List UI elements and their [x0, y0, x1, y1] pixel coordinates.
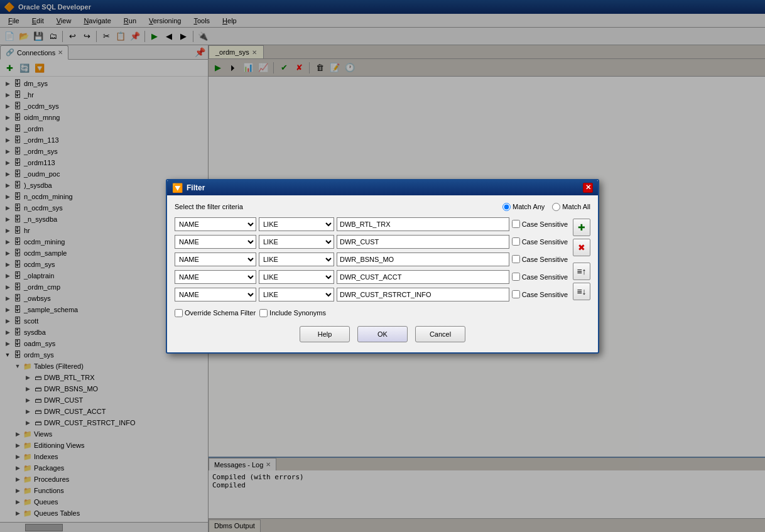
filter-title: Filter — [187, 183, 205, 192]
include-synonyms-cb[interactable] — [259, 309, 268, 317]
match-any-option[interactable]: Match Any — [502, 203, 545, 211]
filter-case-3[interactable]: Case Sensitive — [512, 255, 568, 263]
help-button[interactable]: Help — [300, 326, 350, 342]
filter-field-3[interactable]: NAMECOLUMNTYPE — [175, 252, 256, 266]
override-schema-filter-cb[interactable] — [175, 309, 183, 317]
filter-titlebar: 🔽 Filter ✕ — [167, 180, 598, 195]
match-any-radio[interactable] — [502, 203, 511, 211]
filter-body: Select the filter criteria Match Any Mat… — [167, 195, 598, 352]
override-schema-filter-label: Override Schema Filter — [185, 309, 256, 317]
include-synonyms-label: Include Synonyms — [269, 309, 326, 317]
filter-case-cb-5[interactable] — [512, 290, 520, 298]
match-any-label: Match Any — [513, 203, 545, 210]
filter-header-row: Select the filter criteria Match Any Mat… — [175, 203, 590, 211]
filter-actions: Help OK Cancel — [175, 326, 590, 345]
match-all-option[interactable]: Match All — [552, 203, 590, 211]
filter-value-2[interactable] — [337, 235, 509, 249]
filter-case-cb-2[interactable] — [512, 237, 520, 246]
filter-rows: NAMECOLUMNTYPE LIKENOT LIKE= Case Sensit… — [175, 217, 568, 301]
filter-case-cb-1[interactable] — [512, 220, 520, 228]
filter-row-1: NAMECOLUMNTYPE LIKENOT LIKE= Case Sensit… — [175, 217, 568, 231]
match-options: Match Any Match All — [502, 203, 590, 211]
filter-row-2: NAMECOLUMNTYPE LIKENOT LIKE= Case Sensit… — [175, 235, 568, 249]
filter-side-buttons: ✚ ✖ ≡↑ ≡↓ — [573, 217, 590, 301]
filter-field-2[interactable]: NAMECOLUMNTYPE — [175, 235, 256, 249]
override-schema-filter-option[interactable]: Override Schema Filter — [175, 309, 256, 317]
add-filter-row-btn[interactable]: ✚ — [573, 219, 590, 236]
match-all-label: Match All — [562, 203, 590, 210]
match-all-radio[interactable] — [552, 203, 560, 211]
filter-case-cb-3[interactable] — [512, 255, 520, 263]
filter-icon: 🔽 — [172, 183, 183, 193]
filter-op-3[interactable]: LIKENOT LIKE= — [259, 252, 334, 266]
ok-button[interactable]: OK — [357, 326, 408, 342]
filter-op-5[interactable]: LIKENOT LIKE= — [259, 288, 334, 301]
filter-footer-options: Override Schema Filter Include Synonyms — [175, 309, 590, 317]
filter-row-5: NAMECOLUMNTYPE LIKENOT LIKE= Case Sensit… — [175, 288, 568, 301]
filter-case-4[interactable]: Case Sensitive — [512, 273, 568, 281]
filter-row-3: NAMECOLUMNTYPE LIKENOT LIKE= Case Sensit… — [175, 252, 568, 266]
filter-value-4[interactable] — [337, 270, 509, 284]
filter-rows-area: NAMECOLUMNTYPE LIKENOT LIKE= Case Sensit… — [175, 217, 590, 301]
filter-value-1[interactable] — [337, 217, 509, 231]
cancel-button[interactable]: Cancel — [415, 326, 465, 342]
filter-field-4[interactable]: NAMECOLUMNTYPE — [175, 270, 256, 284]
move-down-btn[interactable]: ≡↓ — [573, 283, 590, 300]
include-synonyms-option[interactable]: Include Synonyms — [259, 309, 326, 317]
filter-value-5[interactable] — [337, 288, 509, 301]
filter-case-cb-4[interactable] — [512, 273, 520, 281]
remove-filter-row-btn[interactable]: ✖ — [573, 239, 590, 256]
filter-case-1[interactable]: Case Sensitive — [512, 220, 568, 228]
filter-case-5[interactable]: Case Sensitive — [512, 290, 568, 298]
filter-op-2[interactable]: LIKENOT LIKE= — [259, 235, 334, 249]
filter-subtitle: Select the filter criteria — [175, 203, 243, 210]
filter-dialog: 🔽 Filter ✕ Select the filter criteria Ma… — [166, 179, 599, 354]
filter-op-1[interactable]: LIKENOT LIKE= — [259, 217, 334, 231]
filter-case-2[interactable]: Case Sensitive — [512, 237, 568, 246]
filter-field-1[interactable]: NAMECOLUMNTYPE — [175, 217, 256, 231]
move-up-btn[interactable]: ≡↑ — [573, 263, 590, 280]
filter-value-3[interactable] — [337, 252, 509, 266]
filter-op-4[interactable]: LIKENOT LIKE= — [259, 270, 334, 284]
filter-close-btn[interactable]: ✕ — [583, 183, 593, 193]
filter-field-5[interactable]: NAMECOLUMNTYPE — [175, 288, 256, 301]
modal-overlay: 🔽 Filter ✕ Select the filter criteria Ma… — [0, 0, 765, 532]
filter-row-4: NAMECOLUMNTYPE LIKENOT LIKE= Case Sensit… — [175, 270, 568, 284]
